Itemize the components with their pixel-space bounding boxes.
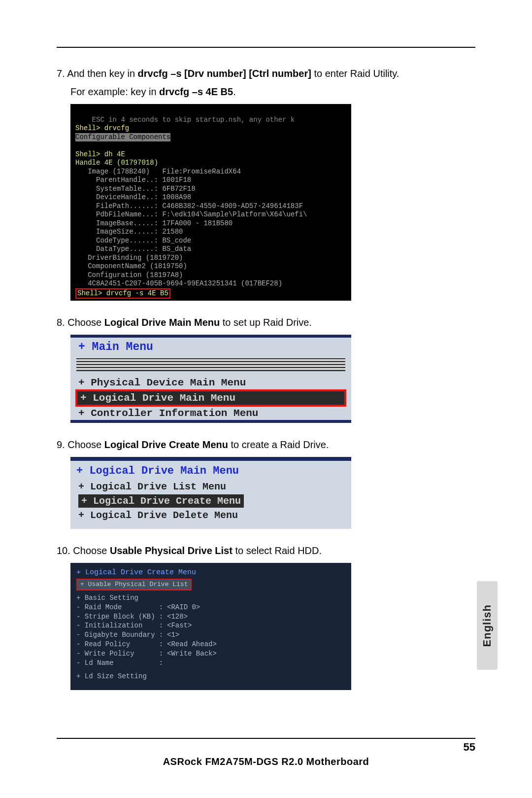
settings-key: - Ld Name bbox=[76, 659, 159, 668]
menu-header: + Logical Drive Create Menu bbox=[76, 568, 345, 578]
shell-row: ParentHandle..: 1001F18 bbox=[75, 176, 191, 184]
language-tab: English bbox=[477, 581, 498, 670]
step-text: . bbox=[233, 86, 236, 97]
settings-val: <Write Back> bbox=[167, 649, 221, 659]
settings-row: - Initialization:<Fast> bbox=[76, 621, 221, 630]
shell-top: ESC in 4 seconds to skip startup.nsh, an… bbox=[75, 116, 295, 124]
settings-section: + Ld Size Setting bbox=[76, 672, 345, 681]
settings-row: - Ld Name: bbox=[76, 659, 221, 668]
menu-item: + Logical Drive Delete Menu bbox=[76, 509, 345, 522]
settings-key: - Gigabyte Boundary bbox=[76, 630, 159, 640]
settings-row: - Write Policy:<Write Back> bbox=[76, 649, 221, 659]
step-text: to create a Raid Drive. bbox=[228, 439, 329, 450]
shell-row: FilePath......: C468B382-4550-4909-AD57-… bbox=[75, 202, 303, 210]
settings-val: <1> bbox=[167, 630, 221, 640]
step-number: 9. bbox=[57, 439, 65, 450]
screenshot-create-menu: + Logical Drive Create Menu + Usable Phy… bbox=[70, 563, 351, 690]
step-text: Choose bbox=[70, 545, 110, 556]
step-text: And then key in bbox=[65, 68, 138, 79]
shell-row: ComponentName2 (1819750) bbox=[75, 262, 187, 270]
settings-row: - Gigabyte Boundary:<1> bbox=[76, 630, 221, 640]
settings-key: - Read Policy bbox=[76, 640, 159, 649]
step-bold: Logical Drive Create Menu bbox=[104, 439, 228, 450]
screenshot-shell: ESC in 4 seconds to skip startup.nsh, an… bbox=[70, 104, 351, 301]
shell-command-highlight: Shell> drvcfg -s 4E B5 bbox=[75, 288, 170, 299]
settings-row: - Raid Mode:<RAID 0> bbox=[76, 603, 221, 612]
shell-handle: Handle 4E (01797018) bbox=[75, 159, 158, 167]
menu-item-selected: + Logical Drive Create Menu bbox=[76, 493, 345, 509]
step-10: 10. Choose Usable Physical Drive List to… bbox=[57, 544, 475, 558]
step-text: to select Raid HDD. bbox=[233, 545, 322, 556]
screenshot-main-menu: + Main Menu + Physical Device Main Menu … bbox=[70, 335, 351, 423]
shell-row: PdbFileName...: F:\edk104\Sample\Platfor… bbox=[75, 210, 307, 218]
step-number: 8. bbox=[57, 317, 65, 328]
shell-row: ImageSize.....: 21580 bbox=[75, 228, 183, 236]
settings-val: <128> bbox=[167, 612, 221, 622]
settings-key: - Raid Mode bbox=[76, 603, 159, 612]
step-7: 7. And then key in drvcfg –s [Drv number… bbox=[57, 67, 475, 81]
top-rule bbox=[57, 47, 475, 48]
footer-title: ASRock FM2A75M-DGS R2.0 Motherboard bbox=[0, 756, 532, 767]
step-bold: drvcfg –s 4E B5 bbox=[159, 86, 233, 97]
settings-key: - Stripe Block (KB) bbox=[76, 612, 159, 622]
step-bold: drvcfg –s [Drv number] [Ctrl number] bbox=[138, 68, 311, 79]
shell-header: Configurable Components bbox=[75, 133, 170, 142]
settings-val: <Fast> bbox=[167, 621, 221, 630]
step-text: For example: key in bbox=[70, 86, 159, 97]
menu-header: + Logical Drive Main Menu bbox=[76, 465, 345, 480]
step-text: to enter Raid Utility. bbox=[311, 68, 399, 79]
step-text: Choose bbox=[65, 439, 104, 450]
shell-row: ImageBase.....: 17FA000 - 181B580 bbox=[75, 219, 233, 227]
menu-item: + Logical Drive List Menu bbox=[76, 480, 345, 493]
language-label: English bbox=[481, 604, 494, 647]
menu-item-highlight: + Logical Drive Main Menu bbox=[75, 389, 346, 407]
page-content: 7. And then key in drvcfg –s [Drv number… bbox=[57, 67, 475, 705]
menu-item: + Controller Information Menu bbox=[70, 407, 351, 420]
settings-key: - Initialization bbox=[76, 621, 159, 630]
shell-row: DeviceHandle..: 1008A98 bbox=[75, 193, 191, 201]
manual-page: 7. And then key in drvcfg –s [Drv number… bbox=[0, 0, 532, 798]
page-number: 55 bbox=[464, 741, 475, 754]
step-text: to set up Raid Drive. bbox=[220, 317, 312, 328]
settings-val bbox=[167, 659, 221, 668]
settings-section: + Basic Setting bbox=[76, 593, 345, 603]
settings-val: <Read Ahead> bbox=[167, 640, 221, 649]
step-9: 9. Choose Logical Drive Create Menu to c… bbox=[57, 438, 475, 452]
shell-row: 4C8A2451-C207-405B-9694-99EA13251341 (01… bbox=[75, 279, 282, 287]
shell-prompt: Shell> dh 4E bbox=[75, 150, 125, 158]
settings-key: - Write Policy bbox=[76, 649, 159, 659]
shell-prompt: Shell> drvcfg bbox=[75, 124, 129, 132]
settings-row: - Stripe Block (KB):<128> bbox=[76, 612, 221, 622]
screenshot-logical-drive-menu: + Logical Drive Main Menu + Logical Driv… bbox=[70, 457, 351, 529]
settings-table: - Raid Mode:<RAID 0> - Stripe Block (KB)… bbox=[76, 603, 221, 668]
step-text: Choose bbox=[65, 317, 104, 328]
step-number: 7. bbox=[57, 68, 65, 79]
shell-row: CodeType......: BS_code bbox=[75, 237, 191, 244]
step-8: 8. Choose Logical Drive Main Menu to set… bbox=[57, 315, 475, 330]
settings-val: <RAID 0> bbox=[167, 603, 221, 612]
shell-row: DriverBinding (1819720) bbox=[75, 254, 183, 262]
step-7-line2: For example: key in drvcfg –s 4E B5. bbox=[57, 85, 475, 99]
settings-row: - Read Policy:<Read Ahead> bbox=[76, 640, 221, 649]
menu-header: + Main Menu bbox=[70, 338, 351, 356]
step-number: 10. bbox=[57, 545, 70, 556]
bottom-rule bbox=[57, 738, 475, 739]
shell-row: SystemTable...: 6FB72F18 bbox=[75, 185, 196, 193]
menu-item: + Physical Device Main Menu bbox=[70, 376, 351, 389]
shell-row: Image (178B240) File:PromiseRaidX64 bbox=[75, 168, 241, 175]
step-bold: Usable Physical Drive List bbox=[110, 545, 233, 556]
shell-row: DataType......: BS_data bbox=[75, 245, 191, 253]
step-bold: Logical Drive Main Menu bbox=[104, 317, 220, 328]
shell-row: Configuration (18197A8) bbox=[75, 271, 183, 279]
menu-artifact bbox=[76, 358, 345, 371]
menu-item-highlight: + Usable Physical Drive List bbox=[76, 579, 192, 590]
